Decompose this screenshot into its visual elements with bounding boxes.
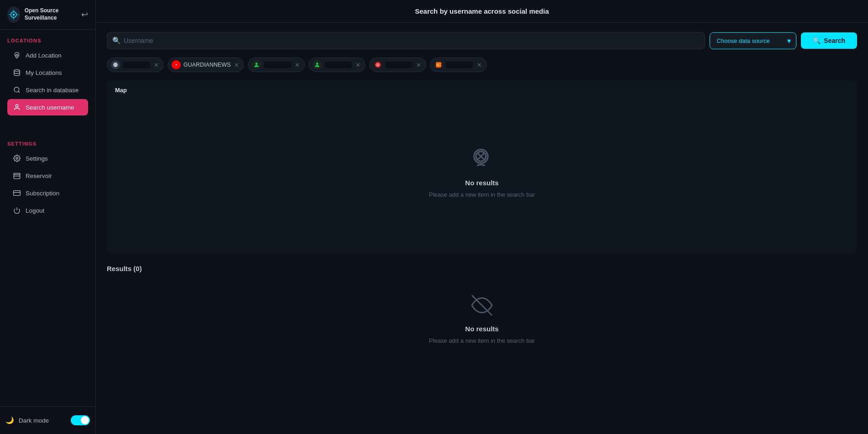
map-empty-state: No results Please add a new item in the … (115, 97, 849, 247)
username-input-wrap: 🔍 (107, 32, 705, 49)
location-icon (13, 51, 21, 59)
search-button[interactable]: 🔍 Search (801, 32, 857, 49)
results-empty-state: No results Please add a new item in the … (107, 281, 857, 358)
search-row: 🔍 Choose data source ▾ 🔍 Search (107, 32, 857, 49)
svg-point-8 (14, 69, 20, 71)
map-no-results-sub: Please add a new item in the search bar (429, 191, 535, 198)
tag-5-close[interactable]: ✕ (416, 62, 421, 68)
map-no-results-title: No results (465, 179, 498, 187)
results-label: Results (107, 265, 131, 272)
tag-4-label (324, 62, 352, 68)
sidebar-item-my-locations[interactable]: My Locations (7, 64, 88, 81)
sidebar-bottom: 🌙 Dark mode (0, 406, 95, 434)
tag-1: ✕ (107, 58, 164, 72)
svg-point-20 (316, 63, 319, 65)
search-database-label: Search in database (26, 87, 78, 94)
tag-2-icon (172, 60, 181, 69)
gear-icon (13, 154, 21, 162)
dark-mode-row: 🌙 Dark mode (0, 411, 95, 429)
logout-label: Logout (26, 207, 44, 214)
card-icon (13, 189, 21, 197)
back-button[interactable]: ↩ (81, 10, 88, 20)
person-icon (13, 103, 21, 111)
results-no-results-title: No results (465, 325, 498, 333)
search-icon: 🔍 (112, 37, 121, 45)
moon-icon: 🌙 (5, 416, 14, 424)
dark-mode-toggle[interactable] (71, 415, 90, 425)
svg-rect-14 (14, 191, 21, 196)
tag-5-label (385, 62, 413, 68)
page-title: Search by username across social media (415, 7, 549, 15)
subscription-label: Subscription (26, 190, 59, 197)
svg-point-7 (16, 54, 18, 56)
tag-6-label (446, 62, 473, 68)
svg-text:@: @ (377, 63, 380, 66)
search-btn-label: Search (824, 37, 845, 44)
page-header: Search by username across social media (96, 0, 868, 23)
settings-section-title: SETTINGS (7, 141, 88, 146)
settings-label: Settings (26, 155, 48, 162)
svg-marker-18 (176, 64, 177, 66)
results-empty-icon (471, 294, 493, 320)
sidebar-header: Open Source Surveillance ↩ (0, 0, 95, 30)
sidebar-item-subscription[interactable]: Subscription (7, 185, 88, 201)
tag-4-close[interactable]: ✕ (356, 62, 361, 68)
tag-3-label (264, 62, 291, 68)
tag-6-icon: A (434, 60, 443, 69)
results-no-results-sub: Please add a new item in the search bar (429, 337, 535, 344)
tag-5-icon: @ (373, 60, 382, 69)
data-source-wrap: Choose data source ▾ (710, 32, 796, 49)
svg-rect-12 (14, 173, 20, 175)
locations-section: LOCATIONS Add Location My Locations (0, 30, 95, 119)
tag-2-close[interactable]: ✕ (234, 62, 239, 68)
sidebar-item-logout[interactable]: Logout (7, 202, 88, 219)
results-section: Results (0) No results Please add a new … (107, 265, 857, 371)
reservoir-label: Reservoir (26, 173, 52, 179)
username-input[interactable] (107, 32, 705, 49)
svg-point-11 (16, 157, 18, 159)
map-label: Map (115, 87, 849, 94)
sidebar: Open Source Surveillance ↩ LOCATIONS Add… (0, 0, 96, 434)
my-locations-label: My Locations (26, 69, 62, 76)
svg-point-10 (16, 105, 18, 107)
sidebar-item-search-database[interactable]: Search in database (7, 82, 88, 98)
settings-section: SETTINGS Settings Reservoir (0, 133, 95, 222)
tag-4: ✕ (309, 58, 366, 72)
svg-point-17 (113, 63, 118, 67)
app-logo (7, 6, 20, 23)
add-location-label: Add Location (26, 52, 62, 59)
app-title: Open Source Surveillance (25, 7, 77, 21)
tag-2-label: GUARDIANNEWS (183, 62, 230, 68)
tag-guardiannews: GUARDIANNEWS ✕ (167, 58, 244, 72)
main-body: 🔍 Choose data source ▾ 🔍 Search (96, 23, 868, 434)
tag-6: A ✕ (430, 58, 487, 72)
tag-3-icon (252, 60, 261, 69)
sidebar-item-search-username[interactable]: Search username (7, 99, 88, 115)
locations-section-title: LOCATIONS (7, 38, 88, 43)
layers-icon (13, 68, 21, 77)
map-section: Map No results Please add a new i (107, 80, 857, 254)
map-empty-icon (470, 146, 494, 174)
tag-1-icon (111, 60, 120, 69)
results-header: Results (0) (107, 265, 857, 272)
dark-mode-label: Dark mode (19, 417, 49, 424)
search-db-icon (13, 86, 21, 94)
svg-point-19 (256, 63, 258, 65)
main-content: Search by username across social media 🔍… (96, 0, 868, 434)
data-source-select[interactable]: Choose data source (710, 32, 796, 49)
search-username-label: Search username (26, 104, 74, 111)
tag-6-close[interactable]: ✕ (477, 62, 482, 68)
results-count: 0 (136, 265, 139, 272)
tag-1-label (123, 62, 150, 68)
tag-4-icon (313, 60, 322, 69)
database-icon (13, 172, 21, 180)
svg-point-2 (13, 14, 15, 16)
sidebar-item-settings[interactable]: Settings (7, 150, 88, 167)
svg-point-9 (14, 87, 19, 92)
sidebar-item-reservoir[interactable]: Reservoir (7, 167, 88, 184)
sidebar-item-add-location[interactable]: Add Location (7, 47, 88, 63)
tag-1-close[interactable]: ✕ (154, 62, 159, 68)
tag-3: ✕ (248, 58, 305, 72)
tag-3-close[interactable]: ✕ (295, 62, 300, 68)
tags-row: ✕ GUARDIANNEWS ✕ ✕ (107, 58, 857, 72)
